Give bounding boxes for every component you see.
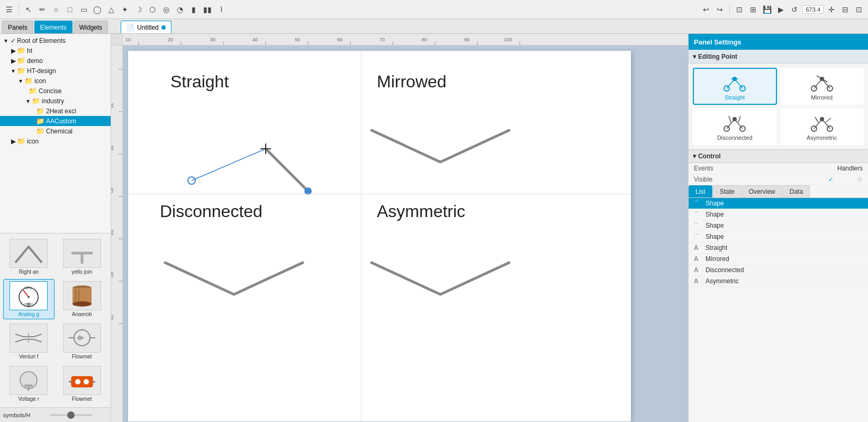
- straight-shape-svg: [149, 98, 334, 204]
- sep2: [729, 4, 730, 15]
- ep-asymmetric[interactable]: Asymmetric: [780, 108, 864, 145]
- play-button[interactable]: ▶: [775, 4, 786, 15]
- tree-item-ht[interactable]: ▶ 📁 ht: [0, 46, 111, 56]
- horizontal-ruler: 10 20 30 40 50 60 70 80 90 100: [123, 34, 688, 46]
- thumb-label-flowmet2: Flowmet: [61, 396, 103, 402]
- tree-item-icon2[interactable]: ▶ 📁 icon: [0, 136, 111, 146]
- pen-tool[interactable]: ✏: [37, 4, 48, 15]
- list-item-shape4[interactable]: ⌒ Shape: [689, 231, 868, 243]
- tab-panels[interactable]: Panels: [2, 21, 33, 33]
- handlers-label: Handlers: [837, 165, 863, 172]
- root-label: Root of Elements: [17, 37, 66, 44]
- ep-straight[interactable]: Straight: [693, 68, 777, 105]
- left-panel: ▾ ✓ Root of Elements ▶ 📁 ht ▶ 📁 demo: [0, 34, 111, 422]
- list-item-shape2[interactable]: ⌒ Shape: [689, 209, 868, 220]
- expand-icon[interactable]: ⊡: [853, 4, 865, 15]
- shape1-label: Shape: [706, 200, 724, 207]
- bar2-tool[interactable]: ▮▮: [202, 4, 213, 15]
- save-button[interactable]: 💾: [761, 4, 773, 15]
- list-item-disconnected[interactable]: A Disconnected: [689, 265, 868, 276]
- svg-text:80: 80: [422, 37, 427, 42]
- window-icon[interactable]: ⊟: [839, 4, 851, 15]
- thumb-yello-join[interactable]: yello join: [57, 237, 108, 277]
- thumb-analog-g[interactable]: MPa Analog g: [3, 279, 55, 319]
- tab-list[interactable]: List: [689, 185, 712, 197]
- thumb-label-voltage-r: Voltage r: [7, 396, 50, 402]
- bar-tool[interactable]: ▮: [188, 4, 200, 15]
- canvas-area[interactable]: Straight Mirrowed Disconnected Asymmetri…: [123, 46, 688, 422]
- tree-root[interactable]: ▾ ✓ Root of Elements: [0, 36, 111, 46]
- htdesign-folder-icon: 📁: [17, 67, 25, 75]
- list-item-shape1[interactable]: ⌒ Shape: [689, 198, 868, 209]
- tab-state[interactable]: State: [713, 185, 742, 197]
- thumb-flowmet2[interactable]: Flowmet: [57, 364, 108, 404]
- svg-text:70: 70: [379, 37, 385, 42]
- coord-display: 673.4: [802, 5, 824, 14]
- ep-disconnected[interactable]: Disconnected: [693, 108, 777, 145]
- tab-elements[interactable]: Elements: [34, 21, 73, 33]
- rect2-tool[interactable]: ▭: [78, 4, 89, 15]
- chemical-folder-icon: 📁: [36, 127, 44, 135]
- tree-item-aacustom[interactable]: 📁 AACustom: [0, 116, 111, 126]
- svg-text:30: 30: [210, 37, 215, 42]
- frame-button[interactable]: ⊡: [734, 4, 745, 15]
- star-tool[interactable]: ✦: [119, 4, 131, 15]
- tree-item-chemical[interactable]: 📁 Chemical: [0, 126, 111, 136]
- grid-button[interactable]: ⊞: [747, 4, 759, 15]
- thumb-voltage-r[interactable]: Voltage r: [3, 364, 55, 404]
- htdesign-arrow: ▾: [10, 67, 17, 75]
- thumb-anaerob[interactable]: Anaerob: [57, 279, 108, 319]
- asymmetric-item-icon: A: [694, 277, 703, 285]
- svg-line-80: [738, 116, 740, 122]
- crescent-tool[interactable]: ☽: [133, 4, 144, 15]
- line-tool[interactable]: ⌇: [215, 4, 227, 15]
- tab-data[interactable]: Data: [783, 185, 810, 197]
- triangle-tool[interactable]: △: [105, 4, 117, 15]
- panel-settings-header: Panel Settings: [689, 34, 868, 50]
- select-tool[interactable]: ↖: [23, 4, 34, 15]
- tree-item-concise[interactable]: 📁 Concise: [0, 86, 111, 96]
- zoom-slider[interactable]: [50, 414, 92, 416]
- list-item-shape3[interactable]: ⌒ Shape: [689, 220, 868, 231]
- ruler-corner: [111, 34, 123, 46]
- list-item-asymmetric[interactable]: A Asymmetric: [689, 276, 868, 287]
- tab-widgets[interactable]: Widgets: [74, 21, 108, 33]
- tree-item-icon1[interactable]: ▾ 📁 icon: [0, 76, 111, 86]
- svg-line-73: [817, 76, 827, 82]
- tree-item-ht-design[interactable]: ▾ 📁 HT-design: [0, 66, 111, 76]
- redo-button[interactable]: ↪: [714, 4, 726, 15]
- tree-item-demo[interactable]: ▶ 📁 demo: [0, 56, 111, 66]
- ep-mirrored[interactable]: Mirrored: [780, 68, 864, 105]
- list-item-straight[interactable]: A Straight: [689, 243, 868, 254]
- list-item-mirrored[interactable]: A Mirrored: [689, 254, 868, 265]
- collapse-arrow[interactable]: ▾: [693, 53, 696, 60]
- tab-overview[interactable]: Overview: [742, 185, 782, 197]
- polygon-tool[interactable]: ⬡: [147, 4, 158, 15]
- donut-tool[interactable]: ◎: [160, 4, 172, 15]
- svg-point-85: [820, 117, 824, 121]
- demo-label: demo: [27, 57, 43, 65]
- pie-tool[interactable]: ◔: [174, 4, 186, 15]
- tree-item-industry[interactable]: ▾ 📁 industry: [0, 96, 111, 106]
- oval-tool[interactable]: ◯: [92, 4, 103, 15]
- shape2-icon: ⌒: [694, 211, 703, 218]
- svg-text:60: 60: [111, 272, 114, 277]
- crosshair-icon[interactable]: ✛: [826, 4, 837, 15]
- thumb-flowmet1[interactable]: Flowmet: [57, 321, 108, 362]
- circle-tool[interactable]: ○: [50, 4, 62, 15]
- main-area: ▾ ✓ Root of Elements ▶ 📁 ht ▶ 📁 demo: [0, 34, 868, 422]
- menu-icon[interactable]: ☰: [3, 4, 15, 15]
- undo-button[interactable]: ↩: [700, 4, 712, 15]
- tab-doc-title[interactable]: 📄 Untitled: [121, 21, 171, 33]
- control-collapse-arrow[interactable]: ▾: [693, 152, 696, 160]
- shape4-icon: ⌒: [694, 233, 703, 240]
- thumb-img-venturi-f: [10, 324, 48, 353]
- svg-text:40: 40: [111, 187, 114, 193]
- thumb-venturi-f[interactable]: Venturi f: [3, 321, 55, 362]
- tree-item-2heat[interactable]: 📁 2Heat excl: [0, 106, 111, 116]
- refresh-button[interactable]: ↺: [789, 4, 800, 15]
- ep-mirrored-icon: [809, 72, 835, 93]
- rect-tool[interactable]: □: [64, 4, 76, 15]
- thumb-right-an[interactable]: Right an: [3, 237, 55, 277]
- 2heat-folder-icon: 📁: [36, 107, 44, 115]
